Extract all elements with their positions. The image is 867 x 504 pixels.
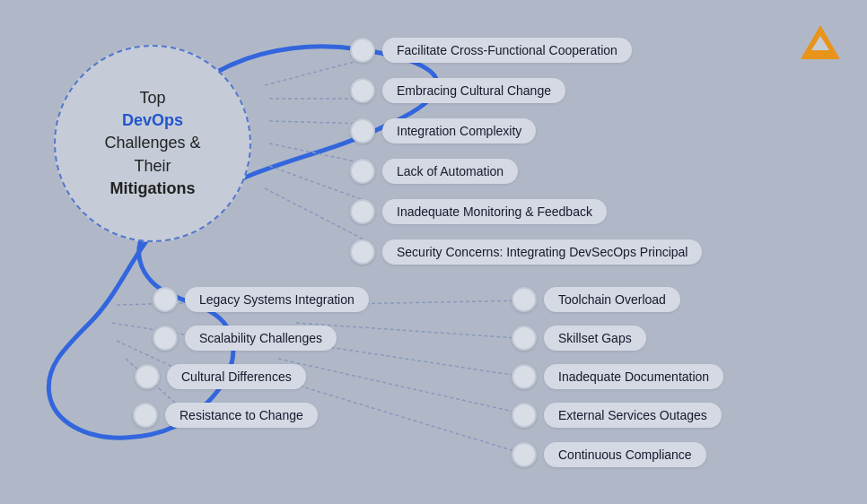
item-dot bbox=[512, 442, 537, 467]
item-cultural: Cultural Differences bbox=[135, 364, 306, 389]
item-documentation: Inadequate Documentation bbox=[512, 364, 723, 389]
item-dot bbox=[350, 118, 375, 143]
item-integration: Integration Complexity bbox=[350, 118, 536, 143]
item-label-automation: Lack of Automation bbox=[382, 159, 518, 184]
item-label-integration: Integration Complexity bbox=[382, 118, 536, 143]
item-label-toolchain: Toolchain Overload bbox=[544, 287, 680, 312]
item-monitoring: Inadequate Monitoring & Feedback bbox=[350, 199, 607, 224]
item-dot bbox=[512, 364, 537, 389]
item-label-scalability: Scalability Challenges bbox=[185, 326, 337, 351]
item-label-compliance: Continuous Compliance bbox=[544, 442, 706, 467]
item-label-legacy: Legacy Systems Integration bbox=[185, 287, 369, 312]
item-label-cultural: Cultural Differences bbox=[167, 364, 306, 389]
item-dot bbox=[153, 326, 178, 351]
item-dot bbox=[512, 403, 537, 428]
item-facilitate: Facilitate Cross-Functional Cooperation bbox=[350, 38, 632, 63]
item-security: Security Concerns: Integrating DevSecOps… bbox=[350, 239, 702, 265]
item-label-skillset: Skillset Gaps bbox=[544, 326, 646, 351]
center-text: Top DevOps Challenges & Their Mitigation… bbox=[104, 87, 200, 200]
item-label-monitoring: Inadequate Monitoring & Feedback bbox=[382, 199, 607, 224]
item-label-facilitate: Facilitate Cross-Functional Cooperation bbox=[382, 38, 632, 63]
item-dot bbox=[153, 287, 178, 312]
item-dot bbox=[512, 326, 537, 351]
item-dot bbox=[512, 287, 537, 312]
item-dot bbox=[350, 199, 375, 224]
item-label-security: Security Concerns: Integrating DevSecOps… bbox=[382, 239, 702, 265]
item-dot bbox=[350, 239, 375, 265]
item-label-documentation: Inadequate Documentation bbox=[544, 364, 723, 389]
logo bbox=[801, 25, 840, 59]
center-circle: Top DevOps Challenges & Their Mitigation… bbox=[54, 45, 251, 242]
item-dot bbox=[133, 403, 158, 428]
item-label-embracing: Embracing Cultural Change bbox=[382, 78, 565, 103]
triangle-logo-icon bbox=[801, 25, 840, 59]
item-dot bbox=[350, 78, 375, 103]
item-skillset: Skillset Gaps bbox=[512, 326, 646, 351]
item-dot bbox=[350, 159, 375, 184]
item-label-outages: External Services Outages bbox=[544, 403, 722, 428]
item-dot bbox=[135, 364, 160, 389]
item-outages: External Services Outages bbox=[512, 403, 722, 428]
item-legacy: Legacy Systems Integration bbox=[153, 287, 369, 312]
item-compliance: Continuous Compliance bbox=[512, 442, 706, 467]
item-dot bbox=[350, 38, 375, 63]
item-resistance: Resistance to Change bbox=[133, 403, 318, 428]
item-automation: Lack of Automation bbox=[350, 159, 518, 184]
item-toolchain: Toolchain Overload bbox=[512, 287, 680, 312]
item-scalability: Scalability Challenges bbox=[153, 326, 337, 351]
main-container: Top DevOps Challenges & Their Mitigation… bbox=[0, 0, 867, 504]
item-label-resistance: Resistance to Change bbox=[165, 403, 318, 428]
item-embracing: Embracing Cultural Change bbox=[350, 78, 565, 103]
